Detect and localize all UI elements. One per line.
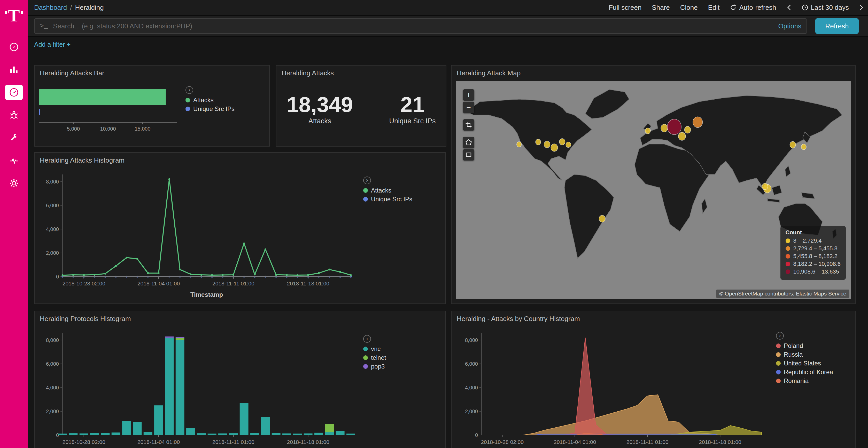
legend-item-telnet[interactable]: telnet xyxy=(363,354,386,361)
legend-toggle-icon[interactable]: › xyxy=(363,176,371,184)
panel-heralding-protocols-histogram: Heralding Protocols Histogram 02,0004,00… xyxy=(34,311,446,448)
svg-text:8,000: 8,000 xyxy=(46,337,59,343)
legend-toggle-icon[interactable]: › xyxy=(776,332,784,340)
legend-toggle-icon[interactable]: › xyxy=(363,335,371,343)
time-back-button[interactable] xyxy=(786,4,791,10)
map-marker[interactable] xyxy=(762,183,768,190)
svg-text:5,000: 5,000 xyxy=(67,126,80,132)
map-marker[interactable] xyxy=(790,141,796,148)
breadcrumb-dashboard-link[interactable]: Dashboard xyxy=(34,4,67,12)
wrench-icon xyxy=(8,132,20,143)
telekom-logo[interactable]: T xyxy=(4,5,24,26)
legend-item-united-states[interactable]: United States xyxy=(776,360,833,367)
legend-item-pop3[interactable]: pop3 xyxy=(363,363,386,370)
map-marker[interactable] xyxy=(544,141,550,148)
map-attribution[interactable]: © OpenStreetMap contributors, Elastic Ma… xyxy=(716,289,849,298)
legend-item-poland[interactable]: Poland xyxy=(776,342,833,349)
legend-label: Russia xyxy=(784,351,803,358)
sidebar-item-monitoring[interactable] xyxy=(5,153,23,168)
time-forward-button[interactable] xyxy=(859,4,864,10)
auto-refresh-label: Auto-refresh xyxy=(739,4,776,12)
svg-text:4,000: 4,000 xyxy=(46,226,59,232)
svg-text:2,000: 2,000 xyxy=(465,409,478,414)
zoom-in-button[interactable]: + xyxy=(463,89,474,101)
map-marker[interactable] xyxy=(661,124,668,132)
panel-heralding-attacks-bar: Heralding Attacks Bar 5,00010,00015,000 … xyxy=(34,65,270,146)
full-screen-button[interactable]: Full screen xyxy=(609,4,642,12)
main-area: Dashboard / Heralding Full screen Share … xyxy=(28,0,868,448)
legend-toggle-icon[interactable]: › xyxy=(185,86,193,94)
svg-text:2018-10-28 02:00: 2018-10-28 02:00 xyxy=(481,439,524,445)
svg-text:8,000: 8,000 xyxy=(465,337,478,343)
gear-icon xyxy=(8,178,20,188)
map-marker[interactable] xyxy=(645,128,650,134)
protocols-bar-chart[interactable]: 02,0004,0006,0008,0002018-10-28 02:00201… xyxy=(39,326,355,448)
legend-item-unique-src-ips[interactable]: Unique Src IPs xyxy=(363,196,412,203)
search-input[interactable] xyxy=(53,22,773,30)
share-button[interactable]: Share xyxy=(652,4,670,12)
kibana-dashboard-app: T xyxy=(0,0,868,448)
svg-text:15,000: 15,000 xyxy=(134,126,150,132)
map-marker[interactable] xyxy=(517,142,522,147)
map-marker[interactable] xyxy=(559,139,565,145)
metric-value: 18,349 xyxy=(287,93,353,116)
country-legend: › Poland Russia United States Republic o… xyxy=(776,332,833,386)
legend-item-republic-of-korea[interactable]: Republic of Korea xyxy=(776,369,833,376)
map-marker[interactable] xyxy=(693,117,703,128)
map-marker[interactable] xyxy=(684,126,690,133)
metric-unique-src-ips: 21 Unique Src IPs xyxy=(389,93,436,125)
map-marker[interactable] xyxy=(599,215,605,222)
legend-dot xyxy=(785,238,790,243)
map-marker[interactable] xyxy=(678,132,686,140)
legend-dot xyxy=(785,262,790,266)
heartbeat-icon xyxy=(8,155,20,166)
sidebar-item-dashboard[interactable] xyxy=(5,84,23,100)
refresh-button[interactable]: Refresh xyxy=(815,18,859,34)
map-marker[interactable] xyxy=(551,144,558,151)
sidebar-item-management[interactable] xyxy=(5,175,23,191)
edit-button[interactable]: Edit xyxy=(708,4,720,12)
legend-label: Unique Src IPs xyxy=(371,196,412,203)
legend-label: Poland xyxy=(784,342,803,349)
legend-item-romania[interactable]: Romania xyxy=(776,377,833,384)
auto-refresh-button[interactable]: Auto-refresh xyxy=(730,4,776,12)
svg-text:0: 0 xyxy=(56,274,59,279)
legend-item-attacks[interactable]: Attacks xyxy=(363,187,412,194)
search-options-link[interactable]: Options xyxy=(778,22,801,30)
metric-group: 18,349 Attacks 21 Unique Src IPs xyxy=(276,79,446,140)
legend-item-unique-src-ips[interactable]: Unique Src IPs xyxy=(185,105,235,112)
legend-dot xyxy=(185,98,190,102)
legend-item-attacks[interactable]: Attacks xyxy=(185,97,235,104)
map-marker[interactable] xyxy=(566,142,571,148)
world-map[interactable]: + − xyxy=(456,81,851,299)
metric-label: Attacks xyxy=(287,117,353,125)
svg-text:2018-11-18 01:00: 2018-11-18 01:00 xyxy=(699,439,741,445)
sidebar-item-attack-bugs[interactable] xyxy=(5,107,23,123)
map-legend-row: 10,908.6 – 13,635 xyxy=(785,268,841,275)
legend-item-russia[interactable]: Russia xyxy=(776,351,833,358)
attacks-bar-chart[interactable]: 5,00010,00015,000 xyxy=(38,82,188,145)
fit-data-bounds-button[interactable] xyxy=(463,119,474,131)
draw-rectangle-button[interactable] xyxy=(463,149,474,161)
search-row: >_ Options Refresh xyxy=(28,16,868,37)
clock-icon xyxy=(802,4,808,11)
attacks-line-chart[interactable]: 02,0004,0006,0008,0002018-10-28 02:00201… xyxy=(39,167,355,300)
draw-polygon-button[interactable] xyxy=(463,137,474,148)
add-filter-link[interactable]: Add a filter + xyxy=(34,41,70,48)
map-marker[interactable] xyxy=(801,144,806,150)
svg-text:4,000: 4,000 xyxy=(465,385,478,390)
legend-label: 5,455.8 – 8,182.2 xyxy=(793,253,838,260)
sidebar-item-devtools[interactable] xyxy=(5,130,23,145)
country-area-chart[interactable]: 02,0004,0006,0008,0002018-10-28 02:00201… xyxy=(456,326,766,448)
sidebar-item-discover[interactable] xyxy=(5,39,23,55)
sidebar-item-visualize[interactable] xyxy=(5,62,23,77)
map-marker[interactable] xyxy=(535,139,541,145)
zoom-out-button[interactable]: − xyxy=(463,102,474,113)
bar-chart-icon xyxy=(8,64,20,75)
clone-button[interactable]: Clone xyxy=(680,4,698,12)
map-marker[interactable] xyxy=(667,119,681,135)
legend-item-vnc[interactable]: vnc xyxy=(363,345,386,352)
svg-text:2018-11-11 01:00: 2018-11-11 01:00 xyxy=(212,280,254,286)
time-range-picker[interactable]: Last 30 days xyxy=(802,4,849,12)
logo-letter: T xyxy=(8,7,20,24)
